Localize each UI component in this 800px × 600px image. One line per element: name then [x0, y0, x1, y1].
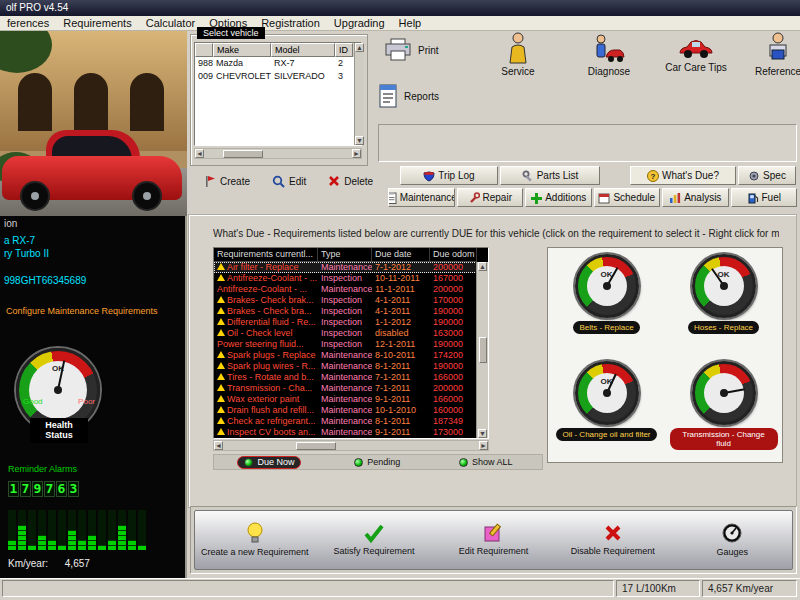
warning-icon	[217, 384, 225, 391]
vehicle-list-vscroll[interactable]: ▲ ▼	[354, 43, 364, 145]
due-col-header[interactable]: Due date	[372, 248, 430, 261]
scroll-thumb[interactable]	[223, 150, 263, 158]
gauges-button[interactable]: Gauges	[676, 522, 788, 557]
gauge-hoses-replace[interactable]: OKHoses - Replace	[665, 248, 782, 355]
due-table-vscroll[interactable]: ▲ ▼	[476, 262, 488, 438]
plus-icon	[530, 192, 542, 204]
gauge-dial: OK	[692, 254, 756, 318]
due-row[interactable]: Air filter - ReplaceMaintenance7-1-20122…	[214, 262, 477, 273]
scroll-thumb[interactable]	[479, 337, 487, 363]
print-button[interactable]: Print	[384, 38, 439, 62]
menu-item-requirements[interactable]: Requirements	[56, 17, 138, 29]
wrench-icon	[468, 192, 480, 204]
car-care-tips-button[interactable]: Car Care Tips	[660, 38, 732, 73]
tab-analysis[interactable]: Analysis	[662, 188, 729, 207]
menu-item-help[interactable]: Help	[392, 17, 429, 29]
due-row[interactable]: Inspect CV boots an...Maintenance9-1-201…	[214, 427, 477, 438]
edit-requirement-button[interactable]: Edit Requirement	[437, 523, 549, 556]
due-row[interactable]: Drain flush and refill...Maintenance10-1…	[214, 405, 477, 416]
title-bar[interactable]: olf PRO v4.54	[0, 0, 800, 16]
reference-button[interactable]: Reference	[748, 32, 800, 77]
due-row[interactable]: Antifreeze-Coolant - ...Maintenance11-1-…	[214, 284, 477, 295]
scroll-down-icon[interactable]: ▼	[478, 429, 487, 438]
due-row[interactable]: Antifreeze-Coolant - ...Inspection10-11-…	[214, 273, 477, 284]
scroll-up-icon[interactable]: ▲	[478, 262, 487, 271]
health-poor-label: Poor	[78, 397, 95, 406]
filter-show-all[interactable]: Show ALL	[453, 456, 519, 469]
due-table-hscroll[interactable]: ◄ ►	[213, 440, 489, 451]
create-requirement-button[interactable]: Create a new Requirement	[199, 522, 311, 557]
diagnose-button[interactable]: Diagnose	[576, 32, 642, 77]
disable-requirement-button[interactable]: Disable Requirement	[557, 523, 669, 556]
activity-bars	[8, 510, 148, 550]
scroll-left-icon[interactable]: ◄	[195, 149, 204, 158]
tab-what-s-due[interactable]: ?What's Due?	[630, 166, 736, 185]
warning-icon	[217, 263, 225, 270]
create-vehicle-button[interactable]: Create	[204, 175, 250, 188]
gauge-dial: OK	[575, 361, 639, 425]
activity-bar	[88, 510, 96, 550]
status-fuel-economy: 17 L/100Km	[616, 580, 700, 597]
due-col-header[interactable]: Due odom	[430, 248, 477, 261]
edit-vehicle-button[interactable]: Edit	[272, 175, 306, 188]
menu-item-registration[interactable]: Registration	[254, 17, 327, 29]
configure-maintenance-link[interactable]: Configure Maintenance Requirements	[6, 306, 158, 316]
chart-icon	[669, 192, 681, 204]
menu-bar: ferencesRequirementsCalculatorOptionsReg…	[0, 16, 800, 31]
menu-item-upgrading[interactable]: Upgrading	[327, 17, 392, 29]
menu-item-ferences[interactable]: ferences	[0, 17, 56, 29]
vehicle-col-header[interactable]	[195, 43, 213, 57]
tab-parts-list[interactable]: Parts List	[500, 166, 600, 185]
gauge-belts-replace[interactable]: OKBelts - Replace	[548, 248, 665, 355]
tab-trip-log[interactable]: Trip Log	[400, 166, 498, 185]
filter-pending[interactable]: Pending	[348, 456, 406, 469]
tab-schedule[interactable]: Schedule	[594, 188, 661, 207]
vehicle-col-header[interactable]: Make	[213, 43, 271, 57]
due-row[interactable]: Oil - Check levelInspectiondisabled16300…	[214, 328, 477, 339]
due-table[interactable]: Requirements currentl...TypeDue dateDue …	[213, 247, 489, 439]
vehicle-info-lines: a RX-7ry Turbo II998GHT66345689	[4, 234, 86, 287]
vehicle-row[interactable]: 988MazdaRX-72	[195, 57, 361, 70]
vehicle-row[interactable]: 009CHEVROLETSILVERADO3	[195, 70, 361, 83]
due-row[interactable]: Spark plugs - ReplaceMaintenance8-10-201…	[214, 350, 477, 361]
delete-vehicle-button[interactable]: Delete	[328, 175, 373, 187]
scroll-right-icon[interactable]: ►	[479, 441, 488, 450]
filter-due-now[interactable]: Due Now	[237, 456, 301, 469]
service-button[interactable]: Service	[488, 32, 548, 77]
due-row[interactable]: Differential fluid - Re...Inspection1-1-…	[214, 317, 477, 328]
due-row[interactable]: Brakes - Check bra...Inspection4-1-20111…	[214, 306, 477, 317]
vehicle-list[interactable]: MakeModelID 988MazdaRX-72009CHEVROLETSIL…	[194, 42, 362, 146]
due-row[interactable]: Check ac refrigerant...Maintenance8-1-20…	[214, 416, 477, 427]
vehicle-col-header[interactable]: ID	[335, 43, 353, 57]
gauge-oil-change-oil-and-filter[interactable]: OKOil - Change oil and filter	[548, 355, 665, 462]
tab-repair[interactable]: Repair	[457, 188, 524, 207]
due-col-header[interactable]: Type	[318, 248, 372, 261]
vehicle-list-header: MakeModelID	[195, 43, 361, 57]
vehicle-list-hscroll[interactable]: ◄ ►	[194, 148, 362, 159]
scroll-thumb[interactable]	[296, 442, 336, 450]
due-row[interactable]: Brakes- Check brak...Inspection4-1-20111…	[214, 295, 477, 306]
tab-maintenance[interactable]: Maintenance	[388, 188, 455, 207]
scroll-right-icon[interactable]: ►	[352, 149, 361, 158]
due-row[interactable]: Wax exterior paintMaintenance9-1-2011166…	[214, 394, 477, 405]
reports-button[interactable]: Reports	[378, 84, 439, 108]
diagnose-icon	[593, 32, 625, 64]
whats-due-panel: What's Due - Requirements listed below a…	[188, 214, 797, 508]
tab-fuel[interactable]: Fuel	[731, 188, 798, 207]
tab-additions[interactable]: Additions	[525, 188, 592, 207]
led-icon	[459, 458, 468, 467]
due-row[interactable]: Spark plug wires - R...Maintenance8-1-20…	[214, 361, 477, 372]
tab-spec[interactable]: Spec	[738, 166, 796, 185]
scroll-left-icon[interactable]: ◄	[214, 441, 223, 450]
gauge-transmission-change-fluid[interactable]: Transmission - Change fluid	[665, 355, 782, 462]
menu-item-calculator[interactable]: Calculator	[139, 17, 203, 29]
activity-bar	[38, 510, 46, 550]
due-row[interactable]: Power steering fluid...Inspection12-1-20…	[214, 339, 477, 350]
vehicle-col-header[interactable]: Model	[271, 43, 335, 57]
scroll-up-icon[interactable]: ▲	[355, 43, 364, 52]
due-row[interactable]: Tires - Rotate and b...Maintenance7-1-20…	[214, 372, 477, 383]
scroll-down-icon[interactable]: ▼	[355, 136, 364, 145]
due-col-header[interactable]: Requirements currentl...	[214, 248, 318, 261]
satisfy-requirement-button[interactable]: Satisfy Requirement	[318, 523, 430, 556]
due-row[interactable]: Transmission - Cha...Maintenance7-1-2011…	[214, 383, 477, 394]
